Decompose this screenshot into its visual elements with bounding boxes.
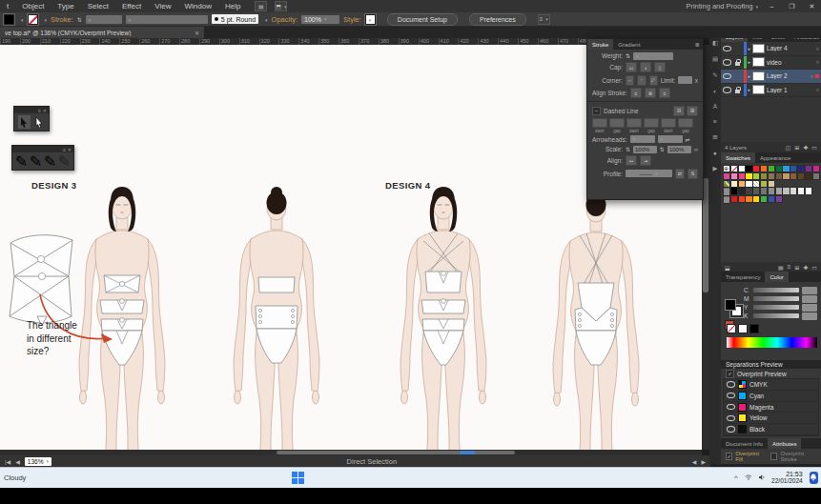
pencil-tool-icon[interactable]: ✎ bbox=[15, 154, 28, 168]
swatch[interactable] bbox=[776, 166, 782, 171]
channel-slider[interactable] bbox=[753, 305, 799, 310]
swatch[interactable] bbox=[731, 173, 737, 179]
swatch[interactable] bbox=[746, 188, 751, 193]
swatch[interactable] bbox=[783, 188, 789, 193]
new-layer-icon[interactable]: ✚ bbox=[803, 144, 808, 151]
make-mask-icon[interactable]: ◫ bbox=[786, 144, 791, 151]
plate-visibility-toggle[interactable] bbox=[727, 415, 735, 422]
start-button[interactable] bbox=[292, 472, 304, 484]
swatch[interactable] bbox=[769, 196, 774, 202]
stroke-weight-stepper[interactable]: ⇅ bbox=[77, 16, 82, 23]
swatch[interactable] bbox=[731, 166, 737, 171]
smooth-tool-icon[interactable]: ✎ bbox=[30, 154, 42, 168]
dash-align-button[interactable]: ⊞ bbox=[687, 106, 698, 116]
visibility-toggle[interactable] bbox=[723, 73, 731, 80]
layer-row[interactable]: ▸Layer 4○ bbox=[721, 42, 821, 56]
swatch[interactable] bbox=[753, 166, 759, 171]
tab-close-icon[interactable]: ✕ bbox=[195, 30, 199, 36]
flip-across-icon[interactable]: ⇅ bbox=[688, 169, 698, 179]
fill-proxy-icon[interactable] bbox=[725, 299, 736, 311]
new-sublayer-icon[interactable]: ⊞ bbox=[794, 144, 799, 151]
brush-caret-icon[interactable] bbox=[262, 15, 268, 24]
pencil-tools-palette[interactable]: ≡✕ ✎ ✎ ✎ ✎ bbox=[11, 145, 74, 171]
target-icon[interactable]: ○ bbox=[816, 46, 819, 51]
plate-visibility-toggle[interactable] bbox=[727, 426, 735, 433]
hscroll-thumb[interactable] bbox=[277, 451, 515, 454]
layer-row[interactable]: ▸video○ bbox=[721, 56, 821, 71]
channel-value-field[interactable] bbox=[802, 304, 817, 312]
swatch[interactable] bbox=[761, 196, 767, 202]
swatch[interactable] bbox=[790, 166, 796, 171]
dock-color-icon[interactable]: ◧ bbox=[712, 39, 718, 47]
swap-arrowheads-icon[interactable]: ⇄ bbox=[686, 136, 690, 143]
target-icon[interactable]: ○ bbox=[816, 59, 819, 65]
lock-toggle[interactable] bbox=[733, 87, 742, 93]
close-button[interactable]: ✕ bbox=[806, 3, 818, 10]
menu-item-object[interactable]: Object bbox=[15, 2, 51, 10]
menu-item-view[interactable]: View bbox=[148, 2, 177, 10]
expand-arrow-icon[interactable]: ▸ bbox=[749, 73, 751, 79]
menu-item-help[interactable]: Help bbox=[218, 2, 247, 10]
swatch[interactable] bbox=[724, 196, 729, 203]
visibility-toggle[interactable] bbox=[723, 87, 731, 93]
expand-arrow-icon[interactable]: ▸ bbox=[749, 46, 751, 51]
swatch[interactable] bbox=[806, 188, 811, 193]
stroke-caret-icon[interactable] bbox=[42, 15, 48, 24]
swatch[interactable] bbox=[813, 173, 819, 179]
lock-toggle[interactable] bbox=[733, 59, 742, 66]
swatch[interactable] bbox=[769, 181, 774, 187]
cap-projecting-button[interactable]: ▯ bbox=[654, 62, 666, 72]
layer-name[interactable]: Layer 1 bbox=[767, 87, 814, 93]
swatch[interactable] bbox=[798, 166, 804, 171]
swatch[interactable] bbox=[798, 188, 804, 193]
dock-swatches-icon[interactable]: ▤ bbox=[712, 55, 718, 63]
figure-design4-front[interactable] bbox=[372, 186, 515, 450]
flip-along-icon[interactable]: ⇄ bbox=[675, 169, 686, 179]
wifi-icon[interactable] bbox=[745, 474, 752, 481]
layer-row[interactable]: ▸Layer 2○ bbox=[721, 70, 821, 84]
limit-field[interactable] bbox=[678, 76, 691, 84]
swatch[interactable] bbox=[739, 181, 745, 187]
brush-definition-dropdown[interactable]: 5 pt. Round bbox=[212, 14, 258, 24]
swatch-libraries-icon[interactable]: ⬓ bbox=[725, 264, 730, 271]
menu-item-t[interactable]: t bbox=[0, 2, 15, 10]
align-outside-button[interactable]: ≡ bbox=[659, 88, 670, 98]
none-swatch[interactable] bbox=[727, 324, 736, 333]
checkbox-icon[interactable] bbox=[770, 453, 777, 460]
plate-row[interactable]: Cyan bbox=[724, 391, 818, 402]
swatch[interactable] bbox=[724, 181, 729, 187]
dock-symbols-icon[interactable]: ◐ bbox=[713, 88, 717, 94]
stroke-label[interactable]: Stroke: bbox=[51, 15, 73, 24]
layer-name[interactable]: Layer 2 bbox=[767, 72, 809, 79]
swatch[interactable] bbox=[790, 188, 796, 193]
align-arrow-tip-button[interactable]: ↦ bbox=[626, 155, 637, 166]
swatch[interactable] bbox=[753, 188, 759, 193]
figure-design3-back[interactable] bbox=[205, 186, 348, 450]
color-spectrum-bar[interactable] bbox=[727, 337, 817, 348]
channel-slider[interactable] bbox=[753, 313, 799, 318]
link-scale-icon[interactable]: ∞ bbox=[694, 147, 698, 152]
document-setup-button[interactable]: Document Setup bbox=[387, 13, 458, 26]
swatch[interactable] bbox=[769, 166, 774, 171]
dock-type-icon[interactable]: A bbox=[713, 103, 717, 110]
swatch[interactable] bbox=[790, 173, 796, 179]
swatches-tab-swatches[interactable]: Swatches bbox=[721, 152, 755, 163]
swatch[interactable] bbox=[724, 188, 729, 194]
expand-arrow-icon[interactable]: ▸ bbox=[749, 59, 751, 65]
dock-appearance-icon[interactable]: ● bbox=[713, 150, 717, 156]
dash-value-field[interactable] bbox=[592, 118, 607, 128]
last-arrow-icon[interactable]: ▶ bbox=[701, 458, 706, 465]
swatch[interactable] bbox=[739, 166, 745, 171]
plate-row[interactable]: CMYK bbox=[724, 379, 818, 391]
swatch[interactable] bbox=[753, 173, 759, 179]
align-options-icon[interactable]: ≡ bbox=[538, 14, 550, 25]
stroke-panel-tab-stroke[interactable]: Stroke bbox=[587, 39, 613, 50]
dock-brushes-icon[interactable]: ✎ bbox=[712, 71, 717, 79]
dashed-line-checkbox[interactable]: – bbox=[592, 107, 601, 115]
join-tool-icon[interactable]: ✎ bbox=[58, 154, 71, 168]
screen-mode-icon[interactable]: ⬒ bbox=[275, 1, 287, 11]
expand-arrow-icon[interactable]: ▸ bbox=[749, 87, 751, 92]
plate-row[interactable]: Black bbox=[724, 424, 818, 435]
color-tab-color[interactable]: Color bbox=[765, 272, 788, 282]
menu-item-window[interactable]: Window bbox=[177, 2, 217, 10]
